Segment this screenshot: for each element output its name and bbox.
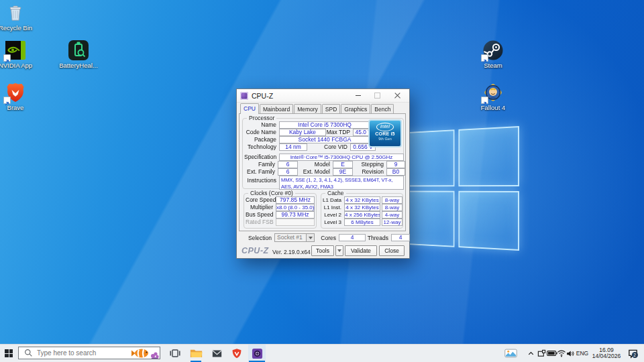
cpuz-taskbar-button[interactable] xyxy=(248,345,266,362)
start-button[interactable] xyxy=(0,345,17,362)
minimize-button[interactable] xyxy=(350,89,367,102)
ext-family-field: 6 xyxy=(278,168,298,176)
file-explorer-button[interactable] xyxy=(187,345,205,362)
processor-group: Processor intel CORE i5 9th Gen Name Int… xyxy=(242,118,404,189)
clocks-group: Clocks (Core #0) Core Speed 797.85 MHz M… xyxy=(244,193,317,229)
cpuz-app-icon xyxy=(240,92,248,100)
desktop-icon-battery-heal[interactable]: BatteryHeal... xyxy=(55,40,102,69)
tab-spd[interactable]: SPD xyxy=(322,104,340,113)
validate-button[interactable]: Validate xyxy=(345,245,377,256)
desktop-icon-nvidia-app[interactable]: NVIDIA App xyxy=(0,40,39,69)
desktop-icon-label: BatteryHeal... xyxy=(55,62,102,69)
close-button[interactable] xyxy=(388,89,406,102)
desktop[interactable]: Recycle Bin NVIDIA App BatteryHeal... Br… xyxy=(0,0,644,362)
task-view-button[interactable] xyxy=(166,345,184,362)
revision-label: Revision xyxy=(353,168,386,175)
mail-button[interactable] xyxy=(208,345,225,362)
level-3-label: Level 3 xyxy=(323,219,344,225)
socket-selector[interactable]: Socket #1 xyxy=(274,233,315,242)
shortcut-arrow-icon xyxy=(3,54,11,62)
desktop-icon-fallout-4[interactable]: Fallout 4 xyxy=(470,82,517,111)
multiplier-label: Multiplier xyxy=(246,204,276,210)
shield-icon xyxy=(231,348,242,359)
tab-cpu[interactable]: CPU xyxy=(240,103,259,114)
windows-logo-pane xyxy=(458,190,519,251)
chevron-down-icon xyxy=(306,234,314,241)
name-field: Intel Core i5 7300HQ xyxy=(279,121,370,129)
desktop-icon-steam[interactable]: Steam xyxy=(470,40,517,69)
cpuz-bottom-bar: CPU-Z Ver. 2.19.0.x64 Tools Validate Clo… xyxy=(237,245,409,257)
file-explorer-icon xyxy=(190,348,203,359)
battery-icon xyxy=(547,350,557,357)
minimize-icon xyxy=(356,95,361,97)
desktop-icon-recycle-bin[interactable]: Recycle Bin xyxy=(0,2,39,32)
cache-group-label: Cache xyxy=(325,190,346,196)
selection-row: Selection Socket #1 Cores 4 Threads 4 xyxy=(237,233,409,242)
model-field: E xyxy=(333,161,353,168)
tab-graphics[interactable]: Graphics xyxy=(341,104,370,113)
cores-label: Cores xyxy=(319,235,339,241)
stepping-field: 9 xyxy=(386,161,405,168)
technology-label: Technology xyxy=(244,143,279,150)
battery-tray-button[interactable] xyxy=(547,345,557,362)
desktop-icon-brave[interactable]: Brave xyxy=(0,82,39,111)
desktop-icon-label: Recycle Bin xyxy=(0,25,39,32)
instructions-field: MMX, SSE (1, 2, 3, 4.1, 4.2), SSSE3, EM6… xyxy=(279,176,404,190)
tools-button[interactable]: Tools xyxy=(311,245,334,256)
cores-field: 4 xyxy=(339,234,366,241)
badge-core-text: CORE i5 xyxy=(370,131,400,137)
core-vid-label: Core VID xyxy=(307,143,350,150)
tab-memory[interactable]: Memory xyxy=(294,104,321,113)
clocks-group-label: Clocks (Core #0) xyxy=(248,190,295,196)
version-text: Ver. 2.19.0.x64 xyxy=(272,249,311,255)
cpuz-titlebar[interactable]: CPU-Z xyxy=(237,89,409,103)
search-input[interactable] xyxy=(37,349,131,357)
l1-data-label: L1 Data xyxy=(323,197,344,203)
news-and-interests-button[interactable] xyxy=(503,345,518,362)
ext-model-label: Ext. Model xyxy=(298,168,333,175)
l1-data-way-field: 8-way xyxy=(382,196,402,204)
task-view-icon xyxy=(169,347,181,359)
action-center-button[interactable]: 2 xyxy=(624,345,641,362)
bus-speed-field: 99.73 MHz xyxy=(276,211,315,219)
rated-fsb-field xyxy=(276,219,315,226)
volume-tray-button[interactable] xyxy=(565,345,575,362)
max-tdp-label: Max TDP xyxy=(326,129,353,135)
level-2-way-field: 4-way xyxy=(382,211,402,219)
chevron-down-icon xyxy=(337,249,341,252)
clock[interactable]: 16.09 14/04/2026 xyxy=(590,345,623,362)
close-button-bottom[interactable]: Close xyxy=(379,245,405,256)
windows-start-icon xyxy=(5,349,13,357)
ext-family-label: Ext. Family xyxy=(244,168,278,175)
taskbar-search-box[interactable] xyxy=(18,347,160,359)
model-label: Model xyxy=(298,161,333,168)
shortcut-arrow-icon xyxy=(3,97,11,104)
name-label: Name xyxy=(244,121,279,128)
selection-label: Selection xyxy=(246,235,274,241)
tab-bench[interactable]: Bench xyxy=(371,104,394,113)
tab-mainboard[interactable]: Mainboard xyxy=(260,104,293,113)
search-highlight-fish-image[interactable] xyxy=(131,347,159,359)
technology-field: 14 nm xyxy=(279,143,307,151)
package-field: Socket 1440 FCBGA xyxy=(279,136,370,143)
maximize-button[interactable] xyxy=(368,89,386,102)
multiplier-field: x8.0 (8.0 - 35.0) xyxy=(276,204,315,211)
shortcut-arrow-icon xyxy=(481,97,488,104)
hidden-icons-chevron[interactable] xyxy=(526,345,536,362)
speaker-icon xyxy=(566,349,575,358)
taskbar: ENG 16.09 14/04/2026 2 xyxy=(0,344,644,362)
language-indicator[interactable]: ENG xyxy=(574,345,590,362)
recycle-bin-icon xyxy=(5,2,26,23)
cpuz-logo: CPU-Z xyxy=(241,246,269,255)
shortcut-arrow-icon xyxy=(481,54,488,62)
tray-window-button[interactable] xyxy=(537,345,547,362)
cpu-tab-page: Processor intel CORE i5 9th Gen Name Int… xyxy=(239,113,406,231)
nvidia-app-icon xyxy=(5,40,26,61)
threads-label: Threads xyxy=(366,235,391,241)
cpuz-window: CPU-Z CPUMainboardMemorySPDGraphicsBench… xyxy=(236,88,410,259)
code-name-field: Kaby Lake xyxy=(279,129,326,136)
revision-field: B0 xyxy=(386,168,405,176)
ext-model-field: 9E xyxy=(333,168,353,176)
security-shield-button[interactable] xyxy=(228,345,246,362)
tools-dropdown-button[interactable] xyxy=(335,245,343,256)
